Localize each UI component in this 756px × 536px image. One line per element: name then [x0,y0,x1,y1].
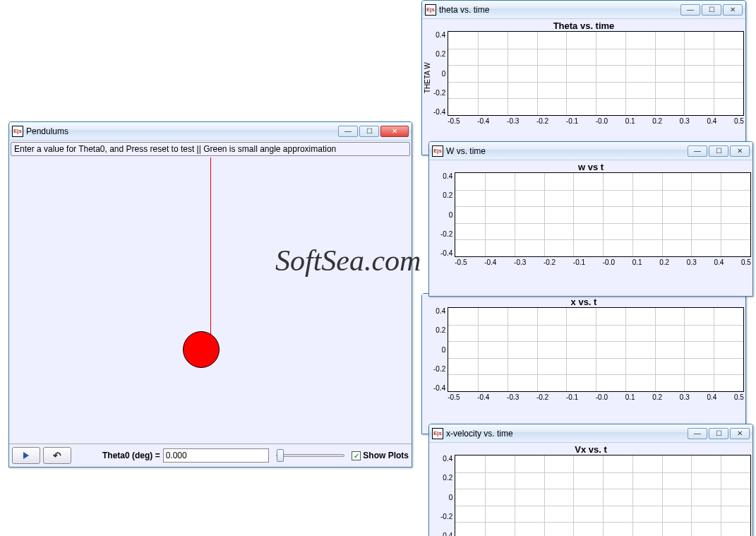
x-ticks: -0.5-0.4-0.3-0.2-0.1-0.00.10.20.30.40.5 [448,392,744,401]
ejs-icon: Ejs [425,4,436,16]
window-title: theta vs. time [439,5,680,15]
titlebar[interactable]: Ejs theta vs. time — ☐ ✕ [422,1,745,19]
y-axis-label: THETA W [424,31,433,125]
reset-icon: ↶ [53,450,61,461]
minimize-button[interactable]: — [680,4,700,16]
y-ticks: 0.40.20-0.2-0.4 [433,31,448,116]
chart-title: Theta vs. time [424,20,744,31]
theta0-label: Theta0 (deg) = [102,451,160,460]
close-button[interactable]: ✕ [380,126,409,137]
ejs-icon: Ejs [432,145,443,157]
theta0-slider[interactable] [276,454,345,457]
y-ticks: 0.40.20-0.2-0.4 [440,455,455,536]
window-title: Pendulums [26,126,338,136]
chart-title: Vx vs. t [431,444,751,455]
vx-plot-window: Ejs x-velocity vs. time — ☐ ✕ Vx vs. t 0… [428,424,753,536]
play-button[interactable] [12,447,40,464]
slider-thumb[interactable] [277,449,284,462]
pendulum [201,157,220,368]
ejs-icon: Ejs [12,126,23,137]
x-ticks: -0.5-0.4-0.3-0.2-0.1-0.00.10.20.30.40.5 [455,257,751,266]
maximize-button[interactable]: ☐ [359,126,379,137]
pendulum-bob[interactable] [183,331,220,368]
titlebar[interactable]: Ejs Pendulums — ☐ ✕ [9,122,412,141]
y-ticks: 0.40.20-0.2-0.4 [433,307,448,392]
minimize-button[interactable]: — [688,428,707,439]
titlebar[interactable]: Ejs W vs. time — ☐ ✕ [429,142,752,160]
play-icon [23,452,29,459]
maximize-button[interactable]: ☐ [709,145,728,157]
close-button[interactable]: ✕ [730,428,750,439]
window-title: W vs. time [446,146,688,156]
chart-title: w vs t [431,162,751,172]
reset-button[interactable]: ↶ [43,447,71,464]
pendulums-window: Ejs Pendulums — ☐ ✕ Enter a value for Th… [8,121,412,467]
w-plot-window: Ejs W vs. time — ☐ ✕ w vs t 0.40.20-0.2-… [428,141,753,297]
chart-grid[interactable] [448,307,744,392]
chart-grid[interactable] [455,455,751,536]
close-button[interactable]: ✕ [723,4,743,16]
theta0-input[interactable] [163,448,269,463]
maximize-button[interactable]: ☐ [702,4,721,16]
x-ticks: -0.5-0.4-0.3-0.2-0.1-0.00.10.20.30.40.5 [448,116,744,125]
simulation-canvas[interactable] [9,157,412,443]
chart-title: x vs. t [424,297,744,307]
instruction-text: Enter a value for Theta0, and Press rese… [11,142,410,156]
chart-grid[interactable] [448,31,744,116]
minimize-button[interactable]: — [688,145,707,157]
close-button[interactable]: ✕ [730,145,750,157]
y-ticks: 0.40.20-0.2-0.4 [440,172,455,257]
control-panel: ↶ Theta0 (deg) = ✓ Show Plots [9,443,412,467]
theta-plot-window: Ejs theta vs. time — ☐ ✕ Theta vs. time … [421,0,746,155]
show-plots-checkbox[interactable]: ✓ [352,451,361,460]
show-plots-label: Show Plots [363,451,409,460]
x-plot-window: x vs. t 0.40.20-0.2-0.4 -0.5-0.4-0.3-0.2… [421,293,746,434]
maximize-button[interactable]: ☐ [709,428,728,439]
chart-grid[interactable] [455,172,751,257]
titlebar[interactable]: Ejs x-velocity vs. time — ☐ ✕ [429,424,752,443]
minimize-button[interactable]: — [338,126,358,137]
pendulum-rod [210,157,211,334]
ejs-icon: Ejs [432,428,443,439]
window-title: x-velocity vs. time [446,429,688,439]
